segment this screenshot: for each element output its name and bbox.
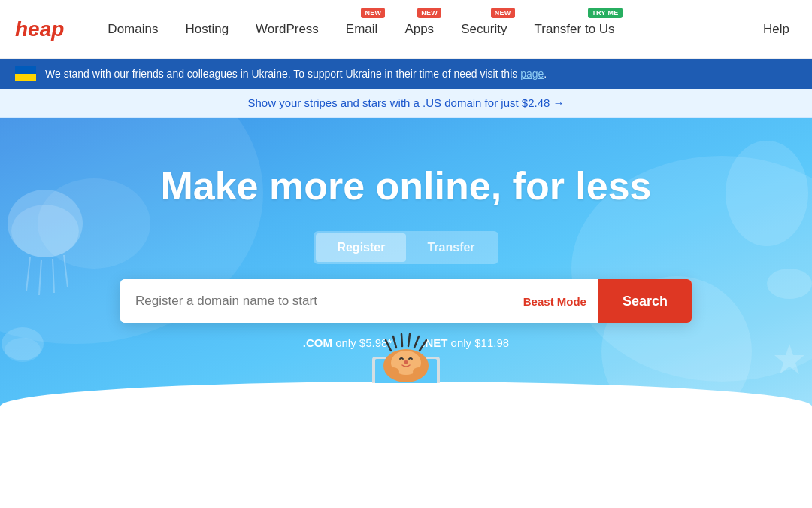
promo-banner: Show your stripes and stars with a .US d… (0, 89, 812, 118)
svg-line-19 (414, 336, 419, 348)
svg-marker-10 (774, 344, 804, 374)
hero-title: Make more online, for less (160, 163, 651, 208)
search-button[interactable]: Search (598, 279, 692, 323)
svg-line-20 (420, 340, 426, 351)
nav-item-security[interactable]: NEW Security (447, 0, 520, 59)
email-new-badge: NEW (361, 8, 385, 18)
nav-item-hosting[interactable]: Hosting (171, 0, 242, 59)
flag-yellow (15, 74, 36, 81)
logo[interactable]: heap (15, 17, 64, 41)
svg-point-23 (387, 367, 399, 376)
ukraine-message: We stand with our friends and colleagues… (45, 68, 547, 80)
ukraine-banner: We stand with our friends and colleagues… (0, 59, 812, 89)
ukraine-page-link[interactable]: page (520, 68, 544, 80)
promo-link[interactable]: Show your stripes and stars with a .US d… (247, 96, 564, 109)
left-sea-creatures (0, 133, 165, 397)
svg-line-5 (64, 255, 68, 287)
svg-line-4 (53, 259, 54, 293)
ukraine-flag (15, 66, 36, 81)
header: heap Domains Hosting WordPress NEW Email… (0, 0, 812, 59)
right-sea-creatures (647, 133, 812, 397)
nav-item-wordpress[interactable]: WordPress (242, 0, 332, 59)
flag-blue (15, 66, 36, 74)
svg-point-22 (404, 360, 408, 364)
com-tld-link[interactable]: .COM (303, 336, 332, 349)
tab-register[interactable]: Register (316, 233, 406, 262)
beast-mode-toggle[interactable]: Beast Mode (511, 279, 598, 323)
svg-point-1 (11, 205, 79, 257)
main-nav: Domains Hosting WordPress NEW Email NEW … (94, 0, 756, 59)
svg-point-9 (767, 269, 812, 299)
nav-item-transfer[interactable]: TRY ME Transfer to Us (521, 0, 629, 59)
apps-new-badge: NEW (417, 8, 441, 18)
tab-transfer[interactable]: Transfer (406, 233, 495, 262)
hero-section: Make more online, for less Register Tran… (0, 118, 812, 502)
svg-line-3 (39, 260, 41, 295)
svg-line-16 (393, 336, 396, 348)
nav-item-domains[interactable]: Domains (94, 0, 171, 59)
svg-line-17 (401, 334, 402, 346)
domain-tab-group: Register Transfer (314, 231, 498, 264)
nav-item-apps[interactable]: NEW Apps (391, 0, 447, 59)
svg-line-15 (386, 340, 391, 351)
nav-item-email[interactable]: NEW Email (332, 0, 392, 59)
nav-help[interactable]: Help (756, 22, 797, 37)
svg-point-7 (5, 338, 41, 362)
svg-point-8 (726, 141, 808, 246)
svg-line-2 (26, 257, 30, 291)
hedgehog-character (357, 312, 455, 383)
svg-line-18 (408, 334, 410, 346)
svg-point-24 (413, 367, 425, 376)
security-new-badge: NEW (491, 8, 515, 18)
transfer-tryme-badge: TRY ME (588, 8, 622, 18)
